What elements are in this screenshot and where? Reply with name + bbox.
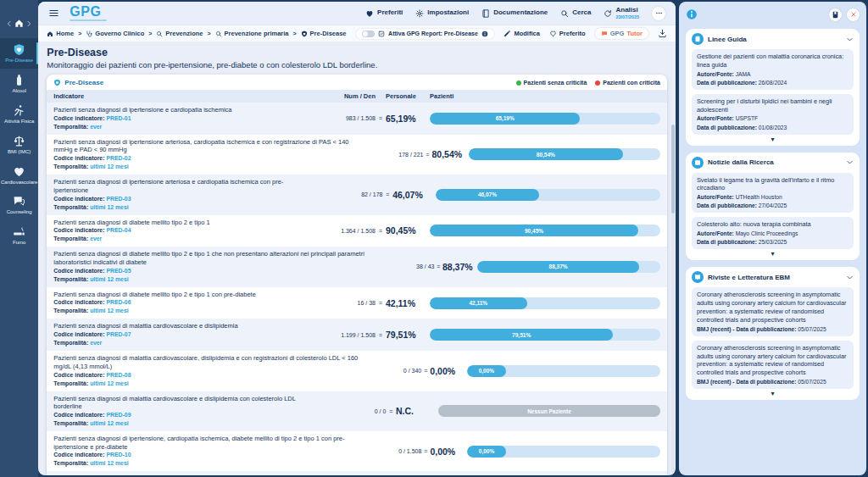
patients-bar-label: 0,00% bbox=[479, 368, 494, 374]
indicator-row-pred-05[interactable]: Pazienti senza diagnosi di diabete melli… bbox=[47, 247, 667, 286]
breadcrumb-governo-clinico[interactable]: Governo Clinico bbox=[86, 30, 144, 37]
report-info-button[interactable] bbox=[481, 31, 488, 37]
indicator-title: Pazienti senza diagnosi di malattia card… bbox=[53, 395, 315, 412]
patients-bar[interactable]: 65,19% bbox=[430, 113, 660, 125]
section-collapse-button[interactable] bbox=[846, 274, 854, 281]
panel-list-item[interactable]: Coronary atherosclerosis screening in as… bbox=[692, 287, 854, 336]
panel-section-riviste-e-letteratura-ebm: Riviste e Letteratura EBMCoronary athero… bbox=[686, 267, 860, 400]
table-body: Pazienti senza diagnosi di ipertensione … bbox=[47, 103, 667, 475]
hamburger-icon bbox=[48, 8, 59, 19]
indicator-code-value[interactable]: PRED-05 bbox=[106, 268, 131, 274]
indicator-code-value[interactable]: PRED-04 bbox=[106, 227, 131, 233]
indicator-code-value[interactable]: PRED-01 bbox=[106, 115, 131, 121]
indicator-code-value[interactable]: PRED-09 bbox=[106, 412, 131, 418]
sidebar-home-button[interactable] bbox=[14, 19, 24, 28]
section-expand-caret[interactable]: ▾ bbox=[771, 251, 774, 258]
topbar-analisi-button[interactable]: Analisi23/07/2025 bbox=[604, 7, 639, 19]
sidebar-item-cardiovascolare[interactable]: Cardiovascolare bbox=[0, 160, 38, 191]
breadcrumb-prevenzione[interactable]: Prevenzione bbox=[156, 30, 203, 37]
panel-list-item[interactable]: Svelato il legame tra la gravità dell'in… bbox=[692, 173, 854, 214]
topbar-more-button[interactable] bbox=[652, 7, 665, 20]
patients-bar[interactable]: 80,54% bbox=[469, 148, 660, 160]
indicator-row-pred-10[interactable]: Pazienti senza diagnosi di ipertensione,… bbox=[47, 431, 667, 471]
indicator-code-value[interactable]: PRED-10 bbox=[106, 452, 131, 458]
sidebar-item-counseling[interactable]: Counseling bbox=[0, 190, 38, 220]
panel-list-item[interactable]: Colesterolo alto: nuova terapia combinat… bbox=[692, 217, 854, 249]
breadcrumb-pre-disease[interactable]: Pre-Disease bbox=[301, 30, 347, 37]
indicator-row-pred-04[interactable]: Pazienti senza diagnosi di diabete melli… bbox=[47, 215, 667, 247]
tutor-label-suffix: Tutor bbox=[626, 30, 643, 37]
indicator-code-value[interactable]: PRED-08 bbox=[106, 372, 131, 378]
sidebar-item-alcool[interactable]: Alcool bbox=[0, 69, 38, 99]
cigarette-icon bbox=[13, 225, 25, 238]
patients-bar[interactable]: Nessun Paziente bbox=[438, 405, 660, 417]
indicator-row-pred-06[interactable]: Pazienti senza diagnosi di diabete melli… bbox=[47, 287, 667, 319]
main-scrollbar-thumb[interactable] bbox=[671, 125, 675, 214]
indicator-code-label: Codice indicatore: bbox=[53, 227, 106, 233]
bookbm-icon bbox=[832, 11, 839, 19]
topbar-documentazione-button[interactable]: Documentazione bbox=[481, 9, 548, 18]
breadcrumb-separator: > bbox=[78, 31, 81, 36]
sidebar-item-attivit-fisica[interactable]: Attività Fisica bbox=[0, 99, 38, 130]
indicator-code-value[interactable]: PRED-03 bbox=[106, 196, 131, 202]
sidebar-next-button[interactable] bbox=[25, 20, 32, 27]
patients-bar-fill: 42,11% bbox=[430, 297, 527, 309]
sidebar-item-fumo[interactable]: Fumo bbox=[0, 220, 38, 251]
patients-bar[interactable]: 90,45% bbox=[430, 225, 660, 236]
card-title-text: Pre-Disease bbox=[64, 79, 103, 86]
indicator-code-value[interactable]: PRED-06 bbox=[106, 299, 131, 305]
patients-bar-fill: 79,51% bbox=[430, 329, 613, 341]
download-button[interactable] bbox=[658, 29, 667, 38]
section-expand-caret[interactable]: ▾ bbox=[771, 136, 774, 143]
patients-bar[interactable]: 88,37% bbox=[477, 261, 660, 273]
modifica-button[interactable]: Modifica bbox=[504, 30, 539, 37]
main-scrollbar[interactable] bbox=[671, 125, 675, 475]
app-logo-text: GPG bbox=[70, 4, 101, 19]
patients-bar[interactable]: 46,07% bbox=[436, 189, 660, 201]
indicator-row-pred-02[interactable]: Pazienti senza diagnosi di ipertensione … bbox=[47, 135, 667, 175]
section-expand-caret[interactable]: ▾ bbox=[771, 391, 774, 397]
panel-close-button[interactable] bbox=[847, 8, 860, 21]
hamburger-menu-button[interactable] bbox=[48, 8, 59, 19]
indicator-row-pred-03[interactable]: Pazienti senza diagnosi di ipertensione … bbox=[47, 175, 667, 214]
patients-bar[interactable]: 79,51% bbox=[430, 329, 660, 341]
panel-list-item[interactable]: Gestione dei pazienti con malattia coron… bbox=[692, 49, 854, 90]
sidebar-item-pre-disease[interactable]: Pre-Disease bbox=[0, 38, 38, 69]
section-collapse-button[interactable] bbox=[846, 158, 854, 166]
indicator-temporality-line: Temporalità: ultimi 12 mesi bbox=[53, 164, 361, 171]
indicator-row-pred-08[interactable]: Pazienti senza diagnosi di malattia card… bbox=[47, 351, 667, 391]
topbar-impostazioni-button[interactable]: Impostazioni bbox=[415, 9, 469, 18]
panel-item-source: Autore/Fonte: Mayo Clinic Proceedings bbox=[697, 230, 849, 237]
panel-section-header[interactable]: Notizie dalla Ricerca bbox=[692, 157, 854, 169]
section-collapse-button[interactable] bbox=[846, 36, 854, 43]
indicator-row-pred-09[interactable]: Pazienti senza diagnosi di malattia card… bbox=[47, 391, 667, 431]
patients-bar-cell: 0,00% bbox=[467, 446, 660, 458]
panel-list-item[interactable]: Screening per i disturbi lipidici nei ba… bbox=[692, 94, 854, 135]
topbar-button-label: Documentazione bbox=[493, 9, 548, 17]
patients-bar[interactable]: 42,11% bbox=[430, 297, 660, 309]
panel-section-header[interactable]: Riviste e Letteratura EBM bbox=[692, 271, 854, 283]
sidebar-prev-button[interactable] bbox=[6, 20, 13, 27]
panel-section-header[interactable]: Linee Guida bbox=[692, 33, 854, 45]
breadcrumb-home[interactable]: Home bbox=[47, 30, 74, 37]
patients-bar[interactable]: 0,00% bbox=[467, 446, 660, 458]
indicator-code-value[interactable]: PRED-02 bbox=[106, 155, 131, 161]
gpg-tutor-button[interactable]: GPGTutor bbox=[595, 28, 648, 39]
report-toggle-label: Attiva GPG Report: Pre-Disease bbox=[388, 31, 478, 36]
indicator-info: Pazienti senza diagnosi di diabete melli… bbox=[53, 250, 381, 283]
indicator-row-pred-01[interactable]: Pazienti senza diagnosi di ipertensione … bbox=[47, 103, 667, 135]
indicator-row-pred-07[interactable]: Pazienti senza diagnosi di malattia card… bbox=[47, 319, 667, 351]
report-toggle-switch[interactable] bbox=[362, 31, 375, 37]
topbar-cerca-button[interactable]: Cerca bbox=[560, 9, 591, 18]
topbar-preferiti-button[interactable]: Preferiti bbox=[365, 9, 403, 18]
indicator-row-pred-11[interactable]: Pazienti senza diagnosi di ipertensione,… bbox=[47, 471, 667, 475]
topbar-button-label: Preferiti bbox=[377, 9, 403, 17]
breadcrumb-prevenzione-primaria[interactable]: Prevenzione primaria bbox=[215, 30, 289, 37]
sidebar-item-bmi-imc[interactable]: BMI (IMC) bbox=[0, 130, 38, 160]
indicator-code-value[interactable]: PRED-07 bbox=[106, 331, 131, 337]
panel-list-item[interactable]: Coronary atherosclerosis screening in as… bbox=[692, 341, 854, 389]
preferito-button[interactable]: Preferito bbox=[549, 30, 586, 37]
panel-info-button[interactable] bbox=[686, 8, 698, 20]
patients-bar[interactable]: 0,00% bbox=[467, 365, 660, 377]
panel-library-button[interactable] bbox=[829, 8, 842, 21]
